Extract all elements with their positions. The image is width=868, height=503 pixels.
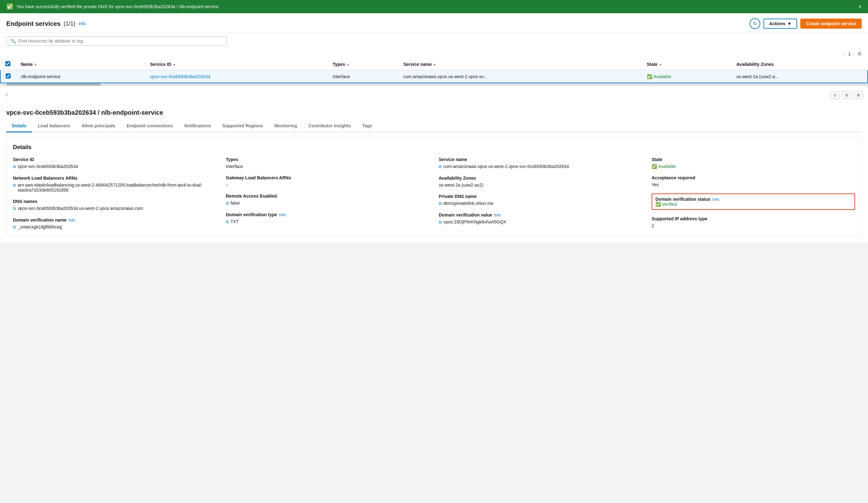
field-dns-names-label: DNS names [13,199,216,204]
field-gateway-lb-arns: Gateway Load Balancers ARNs – [226,175,429,187]
tab-supported-regions[interactable]: Supported Regions [217,120,269,132]
row-service-name: com.amazonaws.vpce.us-west-2.vpce-sv... [399,70,642,83]
row-checkbox[interactable] [6,73,11,79]
field-domain-verification-value-label: Domain verification value Info [439,212,642,218]
tab-details[interactable]: Details [6,120,32,132]
page-title-text: Endpoint services [6,20,61,28]
settings-button[interactable]: ⚙ [857,51,862,57]
field-domain-verification-name-label: Domain verification name Info [13,218,216,222]
select-all-checkbox[interactable] [6,61,10,66]
details-card: Details Service ID ⧉ vpce-svc-0ceb593b3b… [6,138,862,237]
domain-verification-status-box: Domain verification status Info ✅ Verifi… [652,193,855,210]
copy-domain-verification-type-icon[interactable]: ⧉ [226,219,229,224]
row-state: ✅Available [647,74,726,79]
check-circle-icon: ✅ [647,74,652,79]
field-service-name-label: Service name [439,157,642,162]
domain-verification-value-info-link[interactable]: Info [494,213,501,218]
domain-verification-name-info-link[interactable]: Info [68,218,75,222]
row-name: nlb-endpoint-service [16,70,145,83]
field-acceptance-required-value: Yes [652,182,855,187]
field-domain-verification-name-value: ⧉ _untwcxgk18jjf88ihceg [13,224,216,230]
domain-verification-type-info-link[interactable]: Info [279,212,286,217]
view-icons: ⊟ ⊞ ⊠ [830,91,863,99]
tabs: Details Load balancers Allow principals … [6,120,862,132]
field-supported-ip-address-type-label: Supported IP address type [652,216,855,221]
field-domain-verification-status-label: Domain verification status Info [655,197,851,202]
view-split-vertical-button[interactable]: ⊞ [842,91,851,99]
domain-verification-status-info-link[interactable]: Info [712,197,719,202]
field-service-id-value: ⧉ vpce-svc-0ceb593b3ba202634 [13,164,216,169]
field-types-value: Interface [226,164,429,169]
field-acceptance-required-label: Acceptance required [652,175,855,180]
page-title-count: (1/1) [64,20,75,27]
tab-allow-principals[interactable]: Allow principals [76,120,121,132]
field-domain-verification-name: Domain verification name Info ⧉ _untwcxg… [13,218,216,230]
sort-icon-service-name: ▼ [433,63,436,67]
next-page-button[interactable]: › [853,51,855,57]
success-icon: ✅ [6,3,13,10]
field-domain-verification-type: Domain verification type Info ⧉ TXT [226,212,429,224]
panel-separator: ≡ ⊟ ⊞ ⊠ [0,86,868,104]
field-gateway-lb-arns-label: Gateway Load Balancers ARNs [226,175,429,180]
copy-private-dns-name-icon[interactable]: ⧉ [439,201,442,206]
row-az: us-west-2a (usw2-a... [731,70,868,83]
copy-network-lb-arns-icon[interactable]: ⧉ [13,183,16,188]
field-state-label: State [652,157,855,162]
page-number: 1 [848,51,851,57]
header-actions: ↻ Actions ▼ Create endpoint service [750,18,862,29]
actions-button[interactable]: Actions ▼ [763,19,797,29]
field-private-dns-name-label: Private DNS name [439,194,642,199]
field-domain-verification-value-value: ⧉ vpce:Z8DjPNrKNgk8vhsA5GQX [439,219,642,225]
tab-contributor-insights[interactable]: Contributor Insights [303,120,356,132]
header-info-link[interactable]: Info [79,21,86,26]
field-availability-zones: Availability Zones us-west-2a (usw2-az2) [439,175,642,188]
table-row[interactable]: nlb-endpoint-service vpce-svc-0ceb593b3b… [0,70,868,83]
field-service-name-value: ⧉ com.amazonaws.vpce.us-west-2.vpce-svc-… [439,164,642,169]
col-service-id: Service ID [150,62,171,67]
search-icon: 🔍 [10,39,16,43]
field-network-lb-arns-value: ⧉ arn:aws:elasticloadbalancing:us-west-2… [13,182,216,193]
prev-icon: ‹ [844,51,846,57]
tab-endpoint-connections[interactable]: Endpoint connections [121,120,178,132]
chevron-down-icon: ▼ [787,21,792,26]
field-remote-access-enabled-label: Remote Access Enabled [226,193,429,199]
tab-monitoring[interactable]: Monitoring [269,120,303,132]
copy-service-id-icon[interactable]: ⧉ [13,164,16,169]
tab-tags[interactable]: Tags [356,120,378,132]
refresh-button[interactable]: ↻ [750,18,760,29]
col-service-name: Service name [403,62,432,67]
copy-domain-verification-value-icon[interactable]: ⧉ [439,220,442,225]
field-remote-access-enabled: Remote Access Enabled ⧉ false [226,193,429,206]
copy-dns-names-icon[interactable]: ⧉ [13,206,16,211]
view-fullscreen-button[interactable]: ⊠ [854,91,863,99]
view-split-horizontal-button[interactable]: ⊟ [830,91,840,99]
prev-page-button[interactable]: ‹ [844,51,846,57]
search-bar-row: 🔍 [0,33,868,49]
sort-icon-types: ▼ [347,63,350,67]
copy-domain-verification-name-icon[interactable]: ⧉ [13,225,16,230]
refresh-icon: ↻ [753,21,757,27]
field-remote-access-enabled-value: ⧉ false [226,200,429,206]
field-domain-verification-value: Domain verification value Info ⧉ vpce:Z8… [439,212,642,225]
close-banner-button[interactable]: × [858,3,862,10]
detail-section: vpce-svc-0ceb593b3ba202634 / nlb-endpoin… [0,104,868,243]
field-service-name: Service name ⧉ com.amazonaws.vpce.us-wes… [439,157,642,169]
pagination-row: ‹ 1 › ⚙ [0,49,868,59]
copy-service-name-icon[interactable]: ⧉ [439,164,442,169]
tab-load-balancers[interactable]: Load balancers [32,120,76,132]
search-input[interactable] [18,39,223,43]
create-endpoint-service-button[interactable]: Create endpoint service [800,19,862,29]
col-state: State [647,62,658,67]
drag-handle[interactable]: ≡ [5,92,9,98]
field-state-value: ✅ Available [652,164,855,169]
state-check-icon: ✅ [652,164,657,169]
copy-remote-access-icon[interactable]: ⧉ [226,201,229,206]
row-service-id[interactable]: vpce-svc-0ceb593b3ba202634 [150,74,210,79]
endpoint-services-table: Name▼ Service ID▼ Types▼ Service name▼ S… [0,59,868,86]
tab-notifications[interactable]: Notifications [178,120,217,132]
field-dns-names: DNS names ⧉ vpce-svc-0ceb593b3ba202634.u… [13,199,216,211]
field-domain-verification-status-value: ✅ Verified [655,202,851,207]
field-gateway-lb-arns-value: – [226,182,429,187]
settings-icon: ⚙ [857,51,862,57]
field-supported-ip-address-type-value: 2 [652,223,855,228]
